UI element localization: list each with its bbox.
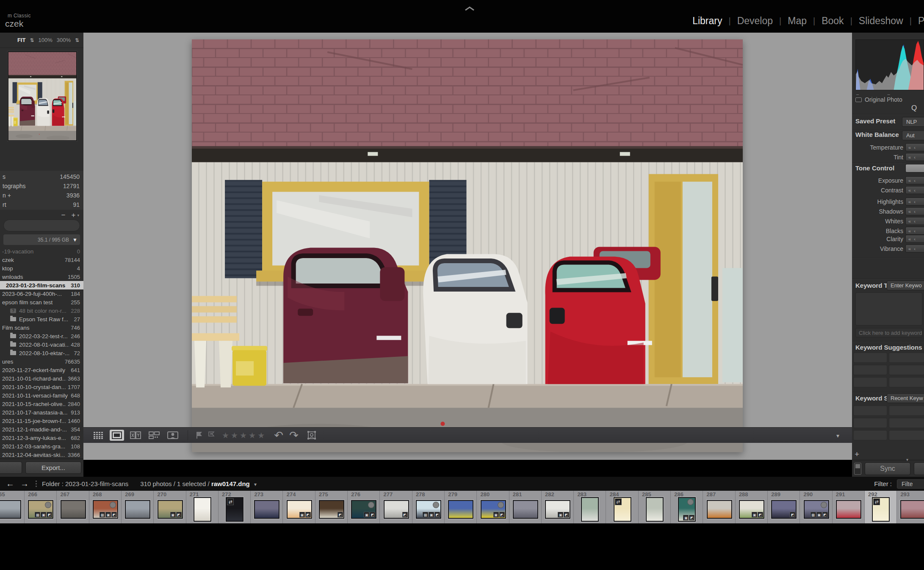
keyword-button[interactable] [889, 418, 924, 428]
folder-search-input[interactable] [3, 220, 80, 231]
filmstrip-cell[interactable]: 292 ⇄ [865, 491, 897, 523]
catalog-item[interactable]: tographs 12791 [0, 181, 83, 191]
decrease-buttons[interactable]: « ‹ [905, 227, 924, 235]
filmstrip-thumbnail[interactable] [646, 497, 664, 522]
decrease-buttons[interactable]: « ‹ [905, 207, 924, 215]
filmstrip-thumbnail[interactable]: ▦▣◩ [93, 500, 118, 519]
keyword-button[interactable] [853, 406, 887, 416]
compare-view-button[interactable] [128, 430, 143, 441]
filmstrip-thumbnail[interactable] [194, 497, 211, 522]
thumbnail-badge-icon[interactable]: ◩ [370, 512, 375, 517]
filmstrip-cell[interactable]: 293 [897, 491, 924, 523]
folder-row[interactable]: 2021-12-1-maddie-and-... 354 [0, 425, 83, 434]
filmstrip-cell[interactable]: 266 ▦▣◩ [25, 491, 57, 523]
filmstrip-cell[interactable]: 291 [833, 491, 865, 523]
thumbnail-badge-icon[interactable]: ◩ [822, 512, 828, 517]
add-keywords-input[interactable]: Click here to add keywords [855, 328, 922, 337]
filmstrip-cell[interactable]: 276 ▣◩ [348, 491, 380, 523]
keyword-button[interactable] [889, 406, 924, 416]
filmstrip-thumbnail[interactable] [0, 500, 21, 519]
thumbnail-badge-icon[interactable]: ▦ [100, 512, 105, 517]
filmstrip-thumbnail[interactable] [448, 500, 473, 519]
filmstrip-thumbnail[interactable] [581, 497, 599, 522]
catalog-item[interactable]: n + 3936 [0, 191, 83, 200]
sync-toggle-icon[interactable] [854, 463, 861, 475]
thumbnail-badge-icon[interactable]: ◩ [47, 512, 52, 517]
people-view-button[interactable] [166, 430, 180, 441]
volume-expand-icon[interactable]: ▼ [72, 237, 77, 243]
keyword-button[interactable] [853, 353, 887, 363]
folder-row[interactable]: 2022-08-10-ektar-... 72 [0, 349, 83, 357]
zoom-fit-button[interactable]: FIT [17, 37, 26, 43]
filmstrip-thumbnail[interactable]: ▦▣◩ [804, 500, 829, 519]
histogram[interactable] [855, 39, 924, 90]
saved-preset-dropdown[interactable]: NLP [902, 117, 924, 127]
sync-button[interactable]: Sync [865, 462, 910, 475]
folder-row[interactable]: 2020-11-27-eckert-family 641 [0, 366, 83, 374]
star-rating[interactable]: ★★★★★ [222, 431, 266, 440]
decrease-buttons[interactable]: « ‹ [905, 197, 924, 206]
keyword-button[interactable] [889, 365, 924, 375]
rotate-right-icon[interactable]: ↷ [289, 431, 299, 439]
folder-row[interactable]: 2021-12-03-sarahs-gra... 108 [0, 442, 83, 450]
keyword-button[interactable] [853, 377, 887, 387]
filmstrip-cell[interactable]: 288 ▣◩ [736, 491, 768, 523]
navigator-preview[interactable] [8, 51, 77, 141]
filmstrip-cell[interactable]: 285 [639, 491, 671, 523]
thumbnail-badge-icon[interactable]: ◩ [402, 512, 408, 517]
keyword-button[interactable] [853, 365, 887, 375]
folder-row[interactable]: 2021-10-11-versaci-family 648 [0, 391, 83, 400]
filmstrip-thumbnail[interactable]: ⇄ [226, 497, 243, 522]
filmstrip-cell[interactable]: 272 ⇄ [219, 491, 251, 523]
thumbnail-badge-icon[interactable]: ◩ [758, 512, 763, 517]
filmstrip-thumbnail[interactable] [836, 500, 861, 519]
folder-row[interactable]: 2021-10-10-crystal-dan... 1707 [0, 383, 83, 391]
folder-row[interactable]: czek 78144 [0, 256, 83, 264]
keyword-set-dropdown[interactable]: Recent Keyw [887, 393, 924, 403]
selected-photo[interactable] [192, 39, 743, 452]
folder-row[interactable]: epson film scan test 255 [0, 298, 83, 306]
back-arrow-button[interactable]: ← [6, 479, 14, 489]
filmstrip-thumbnail[interactable] [900, 500, 924, 519]
filmstrip-cell[interactable]: 281 [509, 491, 542, 523]
painter-overlay-icon[interactable] [307, 431, 316, 440]
filmstrip-cell[interactable]: 269 [122, 491, 154, 523]
decrease-buttons[interactable]: « ‹ [905, 143, 924, 151]
decrease-buttons[interactable]: « ‹ [905, 235, 924, 243]
metadata-status-badge[interactable]: ⇄ [873, 498, 880, 505]
filmstrip-thumbnail[interactable]: ▣◩ [287, 500, 312, 519]
filmstrip-thumbnail[interactable]: ◩ [384, 500, 409, 519]
filmstrip-cell[interactable]: 274 ▣◩ [283, 491, 315, 523]
filmstrip-cell[interactable]: 280 ▣◩ [477, 491, 509, 523]
thumbnail-badge-icon[interactable]: ◩ [305, 512, 311, 517]
filmstrip-cell[interactable]: 267 [57, 491, 89, 523]
decrease-buttons[interactable]: « ‹ [905, 153, 924, 161]
import-button-partial[interactable] [0, 462, 22, 474]
filmstrip-cell[interactable]: 273 [251, 491, 283, 523]
filmstrip-cell[interactable]: 286 ▣◩ [671, 491, 703, 523]
thumbnail-badge-icon[interactable]: ▣ [105, 512, 111, 517]
thumbnail-badge-icon[interactable]: ◩ [499, 512, 505, 517]
toolbar-options-caret[interactable]: ▾ [836, 432, 839, 439]
thumbnail-badge-icon[interactable]: ▣ [493, 512, 499, 517]
thumbnail-badge-icon[interactable]: ▦ [811, 512, 816, 517]
folder-row[interactable]: ktop 4 [0, 264, 83, 272]
filmstrip-cell[interactable]: 290 ▦▣◩ [800, 491, 833, 523]
loupe-view-button[interactable] [110, 430, 124, 441]
filmstrip-thumbnail[interactable] [61, 500, 86, 519]
thumbnail-badge-icon[interactable]: ▣ [429, 512, 434, 517]
filmstrip-thumbnail[interactable]: ▦▣◩ [416, 500, 441, 519]
decrease-buttons[interactable]: « ‹ [905, 176, 924, 184]
filename-caret-icon[interactable]: ▾ [254, 481, 257, 487]
keyword-button[interactable] [889, 377, 924, 387]
thumbnail-badge-icon[interactable]: ▣ [170, 512, 176, 517]
folder-row[interactable]: 2021-12-3-amy-lukas-e... 682 [0, 434, 83, 442]
keyword-button[interactable] [889, 430, 924, 440]
folder-row[interactable]: 2021-11-15-joe-brown-f... 1460 [0, 417, 83, 425]
flag-reject-icon[interactable] [207, 431, 215, 439]
filmstrip-thumbnail[interactable]: ◩ [771, 500, 797, 519]
add-folder-button[interactable]: + [72, 211, 76, 220]
filmstrip-cell[interactable]: 277 ◩ [380, 491, 412, 523]
folder-row[interactable]: 2022-03-22-test-r... 246 [0, 332, 83, 340]
filmstrip-cell[interactable]: 271 [186, 491, 219, 523]
